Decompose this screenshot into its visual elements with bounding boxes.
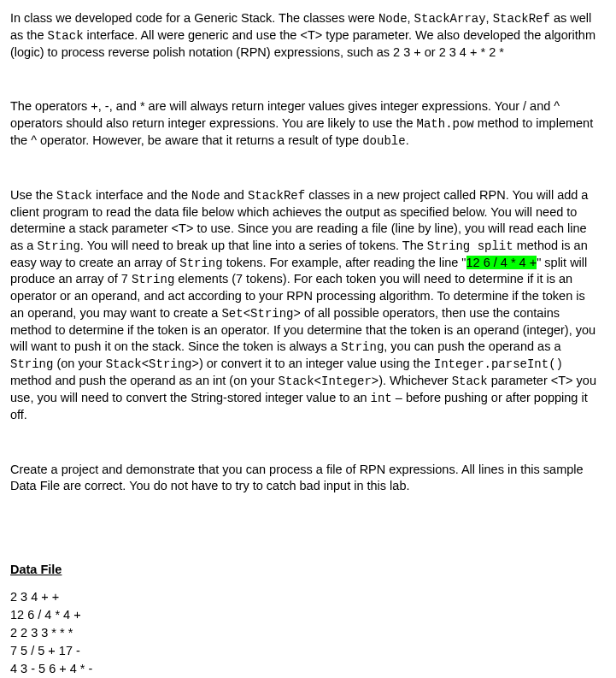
paragraph-task: Create a project and demonstrate that yo… — [10, 462, 601, 495]
code-set-string: Set<String> — [221, 307, 300, 321]
code-stack: Stack — [452, 374, 488, 388]
data-file-line: 12 6 / 4 * 4 + — [10, 606, 601, 624]
text: tokens. For example, after reading the l… — [223, 256, 466, 269]
text: interface and the — [92, 188, 191, 202]
code-mathpow: Math.pow — [417, 117, 474, 131]
code-int: int — [371, 392, 392, 405]
paragraph-intro: In class we developed code for a Generic… — [10, 10, 601, 61]
text: Use the — [10, 188, 56, 202]
code-stackarray: StackArray — [414, 12, 486, 26]
paragraph-operators: The operators +, -, and * are will alway… — [10, 98, 601, 149]
code-string: String — [179, 256, 222, 270]
code-parseint: Integer.parseInt() — [434, 357, 563, 371]
code-string: String — [132, 273, 174, 286]
code-double: double — [362, 134, 405, 148]
text: method and push the operand as an int (o… — [10, 374, 279, 387]
code-stackref: StackRef — [248, 189, 305, 203]
text: In class we developed code for a Generic… — [10, 11, 378, 25]
text: interface. All were generic and use the … — [10, 28, 595, 59]
code-string-split: String split — [427, 239, 513, 253]
text: ) or convert it to an integer value usin… — [199, 357, 434, 370]
text: (on your — [53, 357, 105, 370]
text: , — [486, 11, 493, 25]
data-file-line: 7 5 / 5 + 17 - — [10, 642, 601, 660]
code-stack-integer: Stack<Integer> — [279, 374, 379, 388]
data-file-line: 2 2 3 3 * * * — [10, 624, 601, 642]
code-stackref: StackRef — [493, 12, 550, 26]
text: and — [220, 188, 248, 202]
code-stack-string: Stack<String> — [106, 357, 199, 371]
text: . You will need to break up that line in… — [80, 239, 427, 252]
text: ). Whichever — [378, 374, 451, 387]
text: , you can push the operand as a — [384, 339, 560, 353]
data-file-block: 2 3 4 + + 12 6 / 4 * 4 + 2 2 3 3 * * * 7… — [10, 588, 601, 678]
highlighted-example: 12 6 / 4 * 4 + — [466, 256, 537, 269]
data-file-line: 4 3 - 5 6 + 4 * - — [10, 660, 601, 678]
paragraph-instructions: Use the Stack interface and the Node and… — [10, 187, 601, 424]
code-node: Node — [191, 189, 220, 203]
code-string: String — [341, 340, 384, 354]
code-stack: Stack — [56, 189, 92, 203]
data-file-heading: Data File — [10, 562, 601, 579]
code-node: Node — [378, 12, 408, 26]
data-file-line: 2 3 4 + + — [10, 588, 601, 606]
code-stack: Stack — [48, 29, 84, 43]
code-string: String — [37, 239, 79, 253]
text: . — [406, 133, 409, 147]
text: , — [408, 11, 414, 25]
code-string: String — [10, 357, 53, 371]
